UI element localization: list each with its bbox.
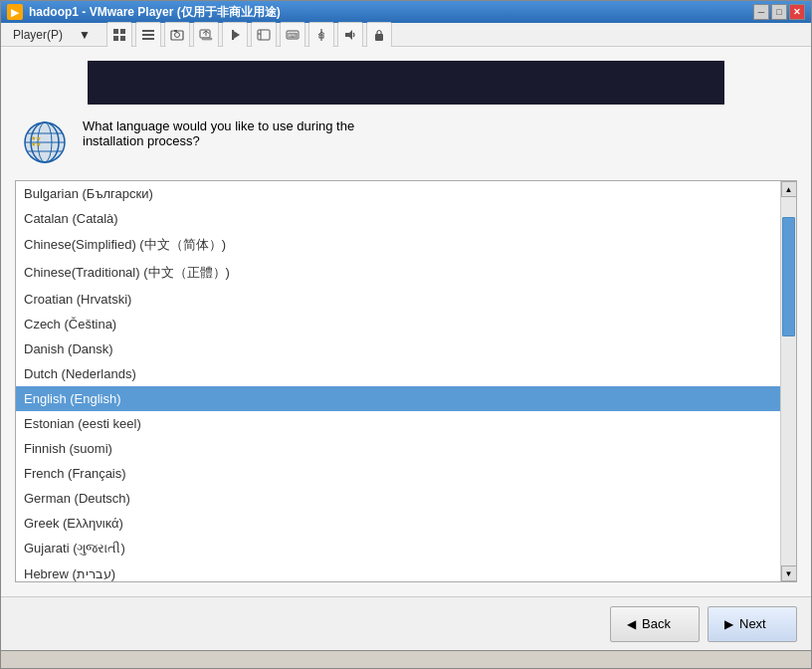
- title-bar-left: ▶ hadoop1 - VMware Player (仅用于非商业用途): [7, 4, 281, 21]
- language-item[interactable]: Hebrew (עברית): [16, 561, 780, 581]
- language-item[interactable]: Croatian (Hrvatski): [16, 287, 780, 312]
- scroll-down-arrow[interactable]: ▼: [781, 565, 797, 581]
- svg-point-8: [174, 32, 179, 37]
- language-item[interactable]: Dutch (Nederlands): [16, 361, 780, 386]
- main-window: ▶ hadoop1 - VMware Player (仅用于非商业用途) ─ □…: [0, 0, 812, 669]
- vm-settings-button[interactable]: [251, 22, 277, 48]
- svg-marker-14: [232, 30, 234, 40]
- svg-rect-3: [120, 36, 125, 41]
- language-item[interactable]: Gujarati (ગુજરાતી): [16, 536, 780, 561]
- svg-rect-1: [120, 29, 125, 34]
- minimize-button[interactable]: ─: [753, 4, 769, 20]
- language-item[interactable]: Bulgarian (Български): [16, 181, 780, 206]
- vmware-icon: ▶: [7, 4, 23, 20]
- snapshot-button[interactable]: [193, 22, 219, 48]
- next-label: Next: [739, 616, 766, 631]
- language-item[interactable]: French (Français): [16, 461, 780, 486]
- svg-text:⌨: ⌨: [288, 32, 298, 39]
- svg-rect-0: [113, 29, 118, 34]
- back-icon: ◀: [627, 617, 636, 631]
- title-bar-buttons: ─ □ ✕: [753, 4, 805, 20]
- grid-view-button[interactable]: [106, 22, 132, 48]
- language-item[interactable]: Chinese(Traditional) (中文（正體）): [16, 259, 780, 287]
- svg-rect-15: [258, 30, 270, 40]
- title-bar: ▶ hadoop1 - VMware Player (仅用于非商业用途) ─ □…: [1, 1, 811, 23]
- status-bar: [1, 650, 811, 668]
- scrollbar: ▲ ▼: [780, 181, 796, 581]
- svg-rect-25: [375, 34, 383, 41]
- language-list-container: Bulgarian (Български)Catalan (Català)Chi…: [15, 180, 797, 582]
- scroll-track: [781, 197, 796, 565]
- window-title: hadoop1 - VMware Player (仅用于非商业用途): [29, 4, 281, 21]
- power-button[interactable]: [222, 22, 248, 48]
- language-item[interactable]: English (English): [16, 386, 780, 411]
- footer: ◀ Back ▶ Next: [1, 596, 811, 650]
- question-text: What language would you like to use duri…: [83, 118, 354, 148]
- scroll-up-arrow[interactable]: ▲: [781, 181, 797, 197]
- language-item[interactable]: Greek (Ελληνικά): [16, 511, 780, 536]
- next-button[interactable]: ▶ Next: [708, 606, 797, 642]
- player-menu[interactable]: Player(P): [5, 25, 71, 45]
- restore-button[interactable]: □: [771, 4, 787, 20]
- language-item[interactable]: Chinese(Simplified) (中文（简体）): [16, 231, 780, 259]
- usb-button[interactable]: [308, 22, 334, 48]
- svg-rect-2: [113, 36, 118, 41]
- language-item[interactable]: Catalan (Català): [16, 206, 780, 231]
- send-ctrl-alt-del-button[interactable]: ⌨: [280, 22, 305, 48]
- language-item[interactable]: Czech (Čeština): [16, 312, 780, 336]
- svg-rect-6: [142, 38, 154, 40]
- list-view-button[interactable]: [135, 22, 161, 48]
- installer-banner: [88, 61, 724, 105]
- back-label: Back: [642, 616, 671, 631]
- svg-rect-5: [142, 34, 154, 36]
- close-button[interactable]: ✕: [789, 4, 805, 20]
- svg-marker-24: [345, 30, 352, 40]
- svg-rect-4: [142, 30, 154, 32]
- audio-button[interactable]: [337, 22, 363, 48]
- language-item[interactable]: Estonian (eesti keel): [16, 411, 780, 436]
- next-icon: ▶: [724, 617, 733, 631]
- screenshot-button[interactable]: [164, 22, 190, 48]
- player-menu-arrow[interactable]: ▼: [71, 25, 99, 45]
- svg-rect-9: [174, 30, 177, 32]
- lock-button[interactable]: [366, 22, 392, 48]
- svg-text:★★: ★★: [31, 141, 41, 147]
- scroll-thumb[interactable]: [782, 217, 795, 336]
- language-list[interactable]: Bulgarian (Български)Catalan (Català)Chi…: [16, 181, 780, 581]
- svg-rect-11: [202, 38, 212, 40]
- menu-bar: Player(P) ▼: [1, 23, 811, 47]
- main-content: ★★ ★★ What language would you like to us…: [1, 47, 811, 596]
- question-area: ★★ ★★ What language would you like to us…: [1, 118, 811, 180]
- language-item[interactable]: Danish (Dansk): [16, 336, 780, 361]
- language-item[interactable]: Finnish (suomi): [16, 436, 780, 461]
- language-item[interactable]: German (Deutsch): [16, 486, 780, 511]
- back-button[interactable]: ◀ Back: [610, 606, 700, 642]
- flag-icon: ★★ ★★: [21, 118, 69, 166]
